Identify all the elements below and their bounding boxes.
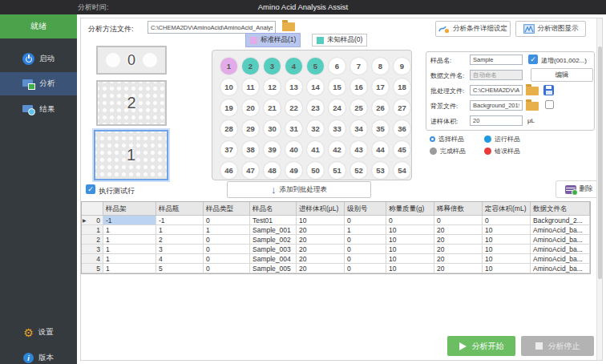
well-50[interactable]: 50 bbox=[307, 162, 324, 179]
table-cell[interactable]: 10 bbox=[297, 216, 345, 225]
table-cell[interactable]: 0 bbox=[204, 216, 250, 225]
table-cell[interactable]: 1 bbox=[103, 264, 156, 273]
table-row-2[interactable]: 2120Sample_002200102010AminoAcid_ba... bbox=[82, 235, 590, 245]
table-cell[interactable]: Sample_002 bbox=[250, 235, 297, 245]
well-47[interactable]: 47 bbox=[242, 162, 259, 179]
tab-unknown-samples[interactable]: 未知样品(0) bbox=[312, 34, 367, 47]
well-35[interactable]: 35 bbox=[372, 120, 389, 137]
table-cell[interactable]: 1 bbox=[103, 225, 156, 235]
table-cell[interactable]: 1 bbox=[103, 235, 156, 245]
well-11[interactable]: 11 bbox=[242, 79, 259, 95]
table-cell[interactable]: 1 bbox=[204, 225, 250, 235]
table-cell[interactable]: 0 bbox=[345, 264, 386, 273]
column-header[interactable]: 进样体积(μL) bbox=[297, 202, 345, 216]
well-22[interactable]: 22 bbox=[285, 99, 302, 116]
table-cell[interactable]: 1 bbox=[103, 254, 156, 264]
well-19[interactable]: 19 bbox=[220, 99, 237, 116]
table-cell[interactable]: 10 bbox=[386, 245, 434, 254]
background-file-checkbox[interactable] bbox=[545, 100, 554, 109]
well-42[interactable]: 42 bbox=[329, 141, 345, 158]
test-row-checkbox[interactable]: ✓ bbox=[86, 184, 95, 194]
table-cell[interactable]: 0 bbox=[386, 216, 434, 225]
well-23[interactable]: 23 bbox=[307, 99, 324, 116]
well-25[interactable]: 25 bbox=[350, 99, 367, 116]
method-file-folder-icon[interactable] bbox=[282, 22, 295, 31]
table-cell[interactable]: 2 bbox=[156, 235, 204, 245]
row-header[interactable]: 1 bbox=[82, 225, 103, 235]
well-20[interactable]: 20 bbox=[242, 99, 259, 116]
table-cell[interactable]: -1 bbox=[156, 216, 204, 225]
table-row-3[interactable]: 3130Sample_003200102010AminoAcid_ba... bbox=[82, 245, 590, 254]
scrollbar-thumb[interactable] bbox=[598, 47, 602, 279]
table-cell[interactable]: 20 bbox=[297, 254, 345, 264]
well-5[interactable]: 5 bbox=[307, 58, 324, 75]
column-header[interactable]: 稀释倍数 bbox=[434, 202, 483, 216]
table-cell[interactable]: 0 bbox=[204, 235, 250, 245]
well-45[interactable]: 45 bbox=[394, 141, 410, 158]
row-header[interactable]: 5 bbox=[82, 264, 103, 273]
vertical-scrollbar[interactable] bbox=[596, 18, 602, 360]
sidebar-item-results[interactable]: 结果 bbox=[0, 98, 77, 121]
save-icon[interactable] bbox=[543, 85, 554, 95]
table-cell[interactable]: AminoAcid_ba... bbox=[531, 245, 590, 254]
well-36[interactable]: 36 bbox=[394, 120, 410, 137]
table-row-0[interactable]: ▶0-1-10Test01100000Background_2... bbox=[82, 216, 590, 225]
table-cell[interactable]: 0 bbox=[483, 216, 531, 225]
table-cell[interactable]: 0 bbox=[345, 235, 386, 245]
column-header[interactable]: 样品架 bbox=[103, 202, 156, 216]
batch-file-folder-icon[interactable] bbox=[526, 87, 539, 95]
injection-volume-input[interactable] bbox=[470, 115, 523, 126]
table-cell[interactable]: 10 bbox=[386, 254, 434, 264]
background-file-input[interactable] bbox=[470, 100, 523, 111]
table-cell[interactable]: 10 bbox=[483, 264, 531, 273]
table-cell[interactable]: 1 bbox=[156, 225, 204, 235]
row-header[interactable]: 3 bbox=[82, 245, 103, 254]
table-cell[interactable]: Test01 bbox=[250, 216, 297, 225]
table-cell[interactable]: AminoAcid_ba... bbox=[531, 264, 590, 273]
table-cell[interactable]: 0 bbox=[345, 254, 386, 264]
well-6[interactable]: 6 bbox=[329, 58, 345, 75]
well-1[interactable]: 1 bbox=[220, 58, 237, 75]
analysis-start-button[interactable]: 分析开始 bbox=[447, 336, 515, 356]
well-49[interactable]: 49 bbox=[285, 162, 302, 179]
method-file-input[interactable] bbox=[147, 21, 276, 34]
column-header[interactable]: 数据文件名 bbox=[531, 202, 590, 216]
table-cell[interactable]: 0 bbox=[204, 254, 250, 264]
background-file-folder-icon[interactable] bbox=[526, 102, 539, 111]
sidebar-item-settings[interactable]: ⚙ 设置 bbox=[0, 321, 77, 344]
rack-0[interactable]: 0 bbox=[96, 46, 167, 75]
table-cell[interactable]: 10 bbox=[483, 235, 531, 245]
well-38[interactable]: 38 bbox=[242, 141, 259, 158]
well-54[interactable]: 54 bbox=[394, 162, 410, 179]
well-28[interactable]: 28 bbox=[220, 120, 237, 137]
row-header[interactable]: 4 bbox=[82, 254, 103, 264]
column-header[interactable]: 称量质量(g) bbox=[386, 202, 434, 216]
table-cell[interactable]: 10 bbox=[483, 225, 531, 235]
data-file-input[interactable] bbox=[470, 70, 523, 80]
column-header[interactable]: 定容体积(mL) bbox=[483, 202, 531, 216]
analysis-spectrum-display-button[interactable]: 分析谱图显示 bbox=[515, 21, 586, 37]
table-cell[interactable]: 5 bbox=[156, 264, 204, 273]
well-52[interactable]: 52 bbox=[350, 162, 367, 179]
well-12[interactable]: 12 bbox=[264, 79, 281, 95]
well-43[interactable]: 43 bbox=[350, 141, 367, 158]
table-cell[interactable]: 20 bbox=[297, 264, 345, 273]
table-cell[interactable]: 20 bbox=[434, 254, 483, 264]
delete-button[interactable]: 删除 bbox=[556, 180, 602, 198]
well-37[interactable]: 37 bbox=[220, 141, 237, 158]
well-16[interactable]: 16 bbox=[350, 79, 367, 95]
sidebar-item-analysis[interactable]: 分析 bbox=[0, 72, 77, 95]
well-39[interactable]: 39 bbox=[264, 141, 281, 158]
add-to-batch-button[interactable]: ↓ 添加到批处理表 bbox=[227, 181, 371, 198]
table-cell[interactable]: Sample_001 bbox=[250, 225, 297, 235]
well-27[interactable]: 27 bbox=[394, 99, 410, 116]
table-cell[interactable]: Background_2... bbox=[531, 216, 590, 225]
row-header[interactable]: 2 bbox=[82, 235, 103, 245]
edit-button[interactable]: 编辑 bbox=[531, 68, 593, 82]
rack-1-selected[interactable]: 1 bbox=[94, 130, 168, 180]
table-cell[interactable]: AminoAcid_ba... bbox=[531, 254, 590, 264]
well-17[interactable]: 17 bbox=[372, 79, 389, 95]
well-53[interactable]: 53 bbox=[372, 162, 389, 179]
rack-2[interactable]: 2 bbox=[96, 80, 167, 126]
table-cell[interactable]: 20 bbox=[434, 225, 483, 235]
